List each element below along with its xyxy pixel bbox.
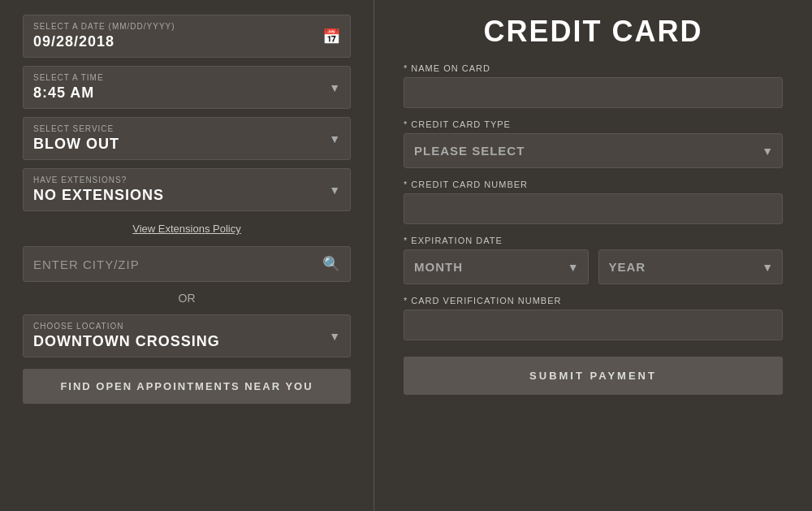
cvv-group: * CARD VERIFICATION NUMBER — [404, 296, 783, 340]
right-panel: CREDIT CARD * NAME ON CARD * CREDIT CARD… — [374, 0, 812, 511]
expiration-label: * EXPIRATION DATE — [404, 236, 783, 245]
search-icon: 🔍 — [322, 255, 340, 273]
card-number-group: * CREDIT CARD NUMBER — [404, 180, 783, 224]
find-appointments-button[interactable]: FIND OPEN APPOINTMENTS NEAR YOU — [23, 369, 351, 404]
service-field[interactable]: SELECT SERVICE BLOW OUT ▼ — [23, 117, 351, 160]
card-type-select-wrapper: PLEASE SELECT VISA MASTERCARD AMERICAN E… — [404, 133, 783, 168]
month-select[interactable]: MONTH 01020304 05060708 09101112 — [404, 249, 589, 284]
extensions-field[interactable]: HAVE EXTENSIONS? NO EXTENSIONS ▼ — [23, 168, 351, 211]
date-value: 09/28/2018 — [33, 33, 340, 50]
card-number-label: * CREDIT CARD NUMBER — [404, 180, 783, 189]
date-label: SELECT A DATE (MM/DD/YYYY) — [33, 22, 340, 31]
calendar-icon: 📅 — [322, 28, 340, 45]
cvv-input[interactable] — [404, 310, 783, 340]
extensions-label: HAVE EXTENSIONS? — [33, 175, 340, 184]
name-on-card-group: * NAME ON CARD — [404, 63, 783, 108]
service-dropdown-arrow: ▼ — [329, 132, 340, 145]
service-label: SELECT SERVICE — [33, 124, 340, 133]
year-select-wrapper: YEAR 2018201920202021 2022202320242025 ▼ — [598, 249, 784, 284]
card-number-input[interactable] — [404, 193, 783, 224]
time-value: 8:45 AM — [33, 84, 340, 102]
name-on-card-input[interactable] — [404, 77, 783, 108]
time-dropdown-arrow: ▼ — [329, 81, 340, 94]
year-select[interactable]: YEAR 2018201920202021 2022202320242025 — [598, 249, 784, 284]
cvv-label: * CARD VERIFICATION NUMBER — [404, 296, 783, 305]
location-field[interactable]: CHOOSE LOCATION DOWNTOWN CROSSING ▼ — [23, 314, 351, 357]
card-type-select[interactable]: PLEASE SELECT VISA MASTERCARD AMERICAN E… — [404, 133, 783, 168]
submit-payment-button[interactable]: SUBMIT PAYMENT — [404, 357, 783, 395]
expiration-row: MONTH 01020304 05060708 09101112 ▼ YEAR … — [404, 249, 783, 284]
or-divider: OR — [23, 290, 351, 306]
city-zip-search[interactable]: ENTER CITY/ZIP 🔍 — [23, 246, 351, 282]
credit-card-title: CREDIT CARD — [404, 15, 783, 49]
view-extensions-link[interactable]: View Extensions Policy — [23, 219, 351, 238]
extensions-dropdown-arrow: ▼ — [329, 184, 340, 197]
location-dropdown-arrow: ▼ — [329, 330, 340, 343]
card-type-label: * CREDIT CARD TYPE — [404, 119, 783, 129]
city-zip-placeholder: ENTER CITY/ZIP — [33, 258, 322, 271]
name-on-card-label: * NAME ON CARD — [404, 63, 783, 73]
date-field[interactable]: SELECT A DATE (MM/DD/YYYY) 09/28/2018 📅 — [23, 15, 351, 58]
extensions-value: NO EXTENSIONS — [33, 187, 340, 204]
month-select-wrapper: MONTH 01020304 05060708 09101112 ▼ — [404, 249, 589, 284]
expiration-group: * EXPIRATION DATE MONTH 01020304 0506070… — [404, 236, 783, 284]
service-value: BLOW OUT — [33, 136, 340, 153]
location-label: CHOOSE LOCATION — [33, 322, 340, 331]
time-field[interactable]: SELECT A TIME 8:45 AM ▼ — [23, 66, 351, 109]
left-panel: SELECT A DATE (MM/DD/YYYY) 09/28/2018 📅 … — [0, 0, 374, 511]
card-type-group: * CREDIT CARD TYPE PLEASE SELECT VISA MA… — [404, 119, 783, 168]
location-value: DOWNTOWN CROSSING — [33, 333, 340, 350]
time-label: SELECT A TIME — [33, 73, 340, 82]
